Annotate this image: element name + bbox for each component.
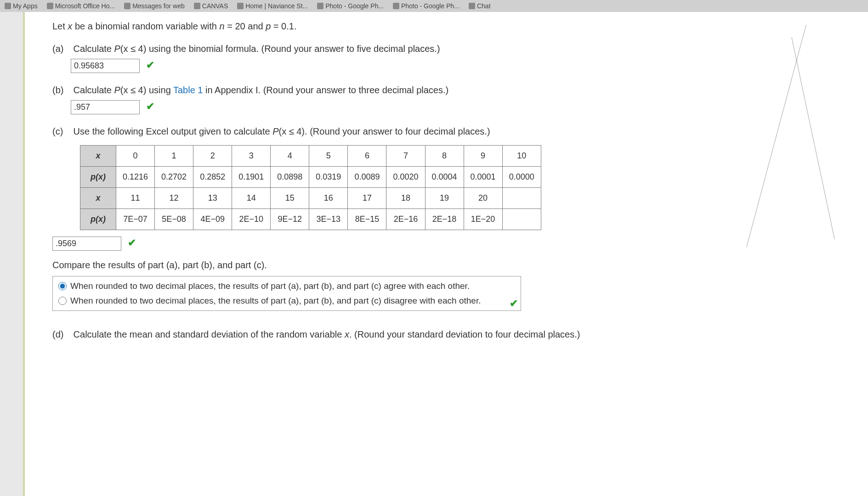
cell: 14: [232, 188, 271, 209]
radio-label: When rounded to two decimal places, the …: [70, 281, 470, 291]
bookmark-label: CANVAS: [202, 2, 228, 10]
cell: 8E−15: [348, 209, 386, 230]
cell: 3: [232, 146, 271, 167]
bookmark-item[interactable]: Photo - Google Ph...: [393, 2, 460, 10]
favicon-icon: [237, 3, 244, 9]
cell: 0.0004: [425, 167, 464, 188]
text: P: [272, 126, 278, 136]
text: using the binomial formula. (Round your …: [146, 44, 440, 54]
cell: 2E−18: [425, 209, 464, 230]
favicon-icon: [317, 3, 323, 9]
answer-input-a[interactable]: [71, 59, 140, 73]
bookmark-label: Chat: [477, 2, 491, 10]
bookmark-item[interactable]: Microsoft Office Ho...: [47, 2, 115, 10]
row-header: x: [80, 146, 116, 167]
bookmark-item[interactable]: Home | Naviance St...: [237, 2, 308, 10]
cell: 13: [193, 188, 232, 209]
cell: 9E−12: [271, 209, 309, 230]
part-text: Calculate P(x ≤ 4) using Table 1 in Appe…: [74, 85, 834, 96]
cell: 0.0020: [386, 167, 425, 188]
text: Calculate: [74, 85, 114, 95]
cell: 6: [348, 146, 386, 167]
text: (x ≤ 4): [120, 44, 147, 54]
bookmark-label: Messages for web: [132, 2, 185, 10]
text: (x ≤ 4): [279, 126, 305, 136]
text: = 20 and: [225, 21, 266, 31]
part-label: (c): [52, 126, 71, 137]
cell: 2E−10: [232, 209, 271, 230]
text: . (Round your answer to four decimal pla…: [305, 126, 490, 136]
cell: [502, 188, 541, 209]
bookmark-label: Home | Naviance St...: [245, 2, 308, 10]
favicon-icon: [469, 3, 475, 9]
cell: 7: [386, 146, 425, 167]
text: . (Round your standard deviation to four…: [349, 329, 580, 339]
cell: 9: [464, 146, 502, 167]
cell: 1: [155, 146, 193, 167]
cell: 19: [425, 188, 464, 209]
table-row: p(x) 7E−075E−084E−092E−109E−123E−138E−15…: [80, 209, 541, 230]
cell: 17: [348, 188, 386, 209]
part-text: Use the following Excel output given to …: [74, 126, 834, 137]
cell: 0.0000: [502, 167, 541, 188]
compare-prompt: Compare the results of part (a), part (b…: [52, 260, 840, 271]
radio-input[interactable]: [58, 297, 67, 305]
row-header: p(x): [80, 167, 116, 188]
cell: 0.1901: [232, 167, 271, 188]
bookmark-label: Microsoft Office Ho...: [55, 2, 115, 10]
cell: 4: [271, 146, 309, 167]
text: P: [114, 85, 120, 95]
answer-input-c[interactable]: [52, 237, 121, 251]
favicon-icon: [393, 3, 399, 9]
radio-option-disagree[interactable]: When rounded to two decimal places, the …: [53, 291, 521, 306]
bookmark-item[interactable]: CANVAS: [194, 2, 228, 10]
cell: 3E−13: [309, 209, 348, 230]
part-d: (d) Calculate the mean and standard devi…: [52, 329, 840, 340]
text: = 0.1.: [271, 21, 296, 31]
cell: 0.0001: [464, 167, 502, 188]
bookmark-item[interactable]: Photo - Google Ph...: [317, 2, 384, 10]
bookmark-item[interactable]: Chat: [469, 2, 491, 10]
part-c: (c) Use the following Excel output given…: [52, 126, 840, 311]
question-intro: Let x be a binomial random variable with…: [52, 21, 840, 32]
cell: 15: [271, 188, 309, 209]
excel-output-table: x 012345678910 p(x) 0.12160.27020.28520.…: [80, 145, 541, 230]
bookmark-item[interactable]: Messages for web: [124, 2, 185, 10]
cell: 7E−07: [116, 209, 155, 230]
cell: 5: [309, 146, 348, 167]
text: using: [146, 85, 173, 95]
cell: 0.0898: [271, 167, 309, 188]
part-text: Calculate P(x ≤ 4) using the binomial fo…: [74, 44, 834, 54]
favicon-icon: [194, 3, 200, 9]
text: P: [114, 44, 120, 54]
text: (x ≤ 4): [120, 85, 147, 95]
check-icon: ✔: [128, 237, 136, 248]
answer-input-b[interactable]: [71, 100, 140, 114]
cell: 20: [464, 188, 502, 209]
cell: 0.0089: [348, 167, 386, 188]
cell: 16: [309, 188, 348, 209]
variable-n: n: [220, 21, 225, 31]
bookmark-item[interactable]: My Apps: [5, 2, 38, 10]
part-b: (b) Calculate P(x ≤ 4) using Table 1 in …: [52, 85, 840, 114]
cell: 0: [116, 146, 155, 167]
part-text: Calculate the mean and standard deviatio…: [74, 329, 834, 340]
part-a: (a) Calculate P(x ≤ 4) using the binomia…: [52, 44, 840, 73]
table-row: p(x) 0.12160.27020.28520.19010.08980.031…: [80, 167, 541, 188]
cell: 0.2702: [155, 167, 193, 188]
radio-option-agree[interactable]: When rounded to two decimal places, the …: [53, 276, 521, 291]
favicon-icon: [47, 3, 53, 9]
text: Calculate the mean and standard deviatio…: [74, 329, 345, 339]
cell: 11: [116, 188, 155, 209]
text: in Appendix I. (Round your answer to thr…: [203, 85, 448, 95]
part-label: (a): [52, 44, 71, 54]
part-label: (d): [52, 329, 71, 340]
text: Let: [52, 21, 68, 31]
cell: 0.0319: [309, 167, 348, 188]
cell: 18: [386, 188, 425, 209]
cell: 10: [502, 146, 541, 167]
table-1-link[interactable]: Table 1: [173, 85, 203, 95]
bookmark-label: My Apps: [13, 2, 38, 10]
row-header: x: [80, 188, 116, 209]
radio-input[interactable]: [58, 282, 67, 290]
